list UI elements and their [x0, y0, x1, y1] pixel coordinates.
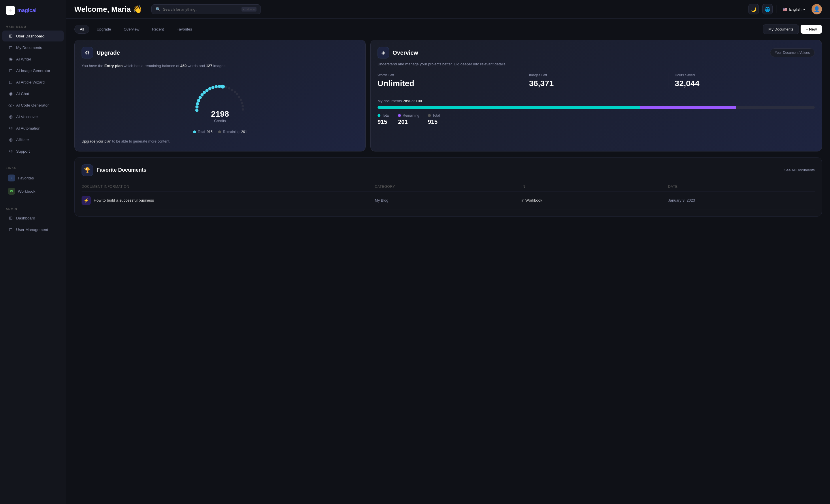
topbar: Welcome, Maria 👋 🔍 cmd + E 🌙 🌐 🇺🇸 Englis…: [66, 0, 830, 19]
legend-remaining-value: 201: [241, 130, 247, 134]
my-documents-button[interactable]: My Documents: [763, 25, 799, 34]
legend-remaining-label: Remaining: [223, 130, 239, 134]
stat-images-left: Images Left 36,371: [523, 73, 669, 88]
sidebar-item-my-documents[interactable]: ◻ My Documents: [2, 42, 64, 53]
svg-point-15: [209, 87, 212, 90]
sidebar-item-admin-dashboard[interactable]: ⊞ Dashboard: [2, 212, 64, 224]
overview-description: Understand and manage your projects bett…: [378, 61, 815, 67]
search-input[interactable]: [163, 7, 239, 11]
support-icon: ⚙: [8, 148, 13, 154]
voiceover-icon: ◎: [8, 114, 13, 119]
language-label: English: [789, 7, 801, 11]
docs-progress-label: My documents 78% of 100.: [378, 99, 815, 103]
content-area: All Upgrade Overview Recent Favorites My…: [66, 19, 830, 504]
globe-button[interactable]: 🌐: [762, 4, 773, 14]
upgrade-link: Upgrade your plan to be able to generate…: [82, 138, 358, 144]
svg-point-23: [234, 91, 236, 93]
sidebar-item-support[interactable]: ⚙ Support: [2, 146, 64, 157]
filter-tab-overview[interactable]: Overview: [118, 25, 145, 34]
fav-docs-header: 🏆 Favorite Documents See All Documents: [82, 164, 815, 176]
language-selector[interactable]: 🇺🇸 English ▾: [780, 5, 808, 13]
svg-point-6: [196, 112, 199, 112]
sidebar-item-ai-code-generator[interactable]: </> AI Code Generator: [2, 100, 64, 110]
progress-bar: [378, 106, 815, 109]
col-category: Category: [375, 184, 522, 189]
sidebar-item-label: Dashboard: [16, 216, 35, 220]
col-in: In: [521, 184, 668, 189]
stat-images-value: 36,371: [529, 79, 663, 88]
progress-legend-label-text: Total: [382, 113, 389, 117]
doc-values-button[interactable]: Your Document Values: [770, 48, 815, 57]
sidebar-item-user-dashboard[interactable]: ⊞ User Dashboard: [2, 31, 64, 41]
svg-point-13: [203, 91, 206, 94]
search-bar[interactable]: 🔍 cmd + E: [151, 4, 261, 14]
svg-point-10: [197, 99, 200, 102]
filter-tab-all[interactable]: All: [74, 25, 89, 34]
article-icon: ◻: [8, 79, 13, 85]
sidebar-item-label: User Management: [16, 228, 48, 232]
stat-hours-saved: Hours Saved 32,044: [669, 73, 815, 88]
sidebar-item-ai-article-wizard[interactable]: ◻ AI Article Wizard: [2, 77, 64, 88]
sidebar-item-ai-image-generator[interactable]: ◻ AI Image Generator: [2, 65, 64, 76]
filter-tab-favorites[interactable]: Favorites: [171, 25, 197, 34]
logo[interactable]: ✦ magicai: [0, 6, 66, 22]
stat-images-label: Images Left: [529, 73, 663, 77]
svg-point-7: [195, 108, 198, 112]
user-avatar[interactable]: 👤: [811, 4, 822, 14]
sidebar-item-label: AI Automation: [16, 126, 40, 131]
legend-remaining: Remaining 201: [218, 130, 247, 134]
topbar-actions: 🌙 🌐 🇺🇸 English ▾ 👤: [748, 4, 822, 14]
filter-bar: All Upgrade Overview Recent Favorites My…: [74, 25, 822, 34]
col-date: Date: [668, 184, 815, 189]
sidebar-item-affiliate[interactable]: ◎ Affiliate: [2, 134, 64, 145]
sidebar-item-workbook[interactable]: W Workbook: [2, 185, 64, 198]
main-content: Welcome, Maria 👋 🔍 cmd + E 🌙 🌐 🇺🇸 Englis…: [66, 0, 830, 504]
table-header: Document Information Category In Date: [82, 182, 815, 192]
language-flag: 🇺🇸: [783, 7, 787, 11]
doc-row-icon: ⚡: [82, 196, 91, 205]
legend-total-dot: [193, 131, 196, 133]
upgrade-card-header: ♻ Upgrade: [82, 47, 358, 59]
sidebar-item-ai-automation[interactable]: ⚙ AI Automation: [2, 123, 64, 134]
new-button[interactable]: + New: [801, 25, 822, 34]
see-all-documents-link[interactable]: See All Documents: [784, 168, 815, 172]
progress-legend-total2-value: 915: [428, 119, 440, 125]
progress-dot-purple: [398, 114, 401, 117]
sidebar-item-ai-chat[interactable]: ◉ AI Chat: [2, 88, 64, 99]
sidebar-item-user-management[interactable]: ◻ User Management: [2, 224, 64, 235]
doc-row-in: in Workbook: [521, 198, 668, 202]
main-menu-label: MAIN MENU: [0, 22, 66, 30]
svg-point-20: [225, 86, 227, 89]
search-icon: 🔍: [156, 7, 161, 11]
sidebar-item-ai-voiceover[interactable]: ◎ AI Voiceover: [2, 111, 64, 122]
progress-legend-remaining-value: 201: [398, 119, 419, 125]
upgrade-link-anchor[interactable]: Upgrade your plan: [82, 139, 111, 143]
sidebar-item-label: My Documents: [16, 45, 42, 50]
links-label: LINKS: [0, 163, 66, 171]
svg-point-9: [196, 102, 199, 105]
upgrade-title: Upgrade: [97, 49, 120, 56]
svg-point-29: [242, 108, 244, 110]
table-row: ⚡ How to build a successful business My …: [82, 192, 815, 209]
filter-tab-recent[interactable]: Recent: [147, 25, 169, 34]
writer-icon: ◉: [8, 57, 13, 62]
sidebar-item-favorites[interactable]: F Favorites: [2, 172, 64, 184]
admin-label: ADMIN: [0, 204, 66, 212]
svg-point-19: [221, 85, 225, 89]
chevron-down-icon: ▾: [803, 7, 805, 11]
svg-point-12: [200, 93, 204, 97]
doc-row-category: My Blog: [375, 198, 522, 202]
sidebar-item-ai-writer[interactable]: ◉ AI Writer: [2, 54, 64, 65]
svg-point-17: [215, 85, 218, 88]
sidebar-item-label: AI Code Generator: [16, 103, 49, 107]
theme-toggle-button[interactable]: 🌙: [748, 4, 759, 14]
stat-words-left: Words Left Unlimited: [378, 73, 523, 88]
svg-point-27: [241, 102, 243, 104]
sidebar-item-label: User Dashboard: [16, 34, 44, 38]
logo-icon: ✦: [6, 6, 15, 15]
upgrade-description: You have the Entry plan which has a rema…: [82, 63, 358, 69]
filter-tab-upgrade[interactable]: Upgrade: [91, 25, 117, 34]
svg-point-14: [205, 89, 209, 92]
chat-icon: ◉: [8, 91, 13, 96]
sidebar-item-label: AI Image Generator: [16, 69, 51, 73]
